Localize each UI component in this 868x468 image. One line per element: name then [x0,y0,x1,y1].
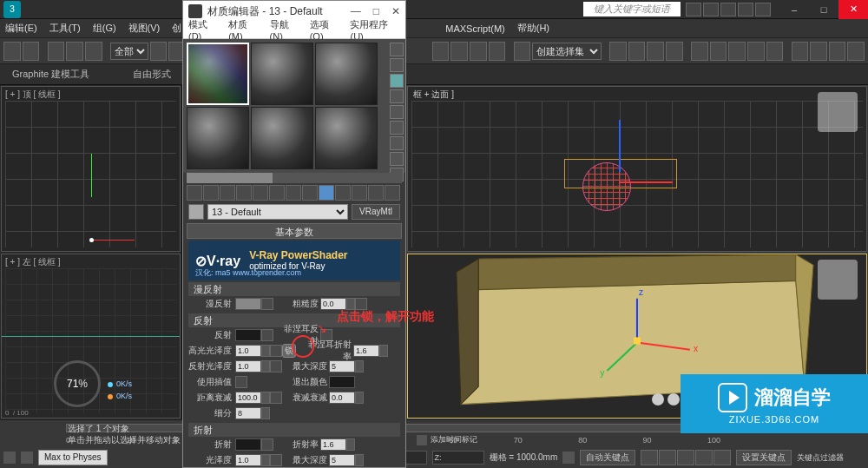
material-type-button[interactable]: VRayMtl [352,204,400,220]
link-button[interactable] [48,42,65,61]
viewport-left[interactable]: [ + ] 左 [ 线框 ] 71% 0K/s 0K/s 0 / 100 [1,254,181,419]
material-name-select[interactable]: 13 - Default [207,204,348,220]
viewport-side[interactable]: 框 + 边面 ] [407,86,867,252]
hilight-lock-button[interactable]: 锁 [282,344,296,358]
add-time-tag-label[interactable]: 添加时间标记 [431,434,477,445]
roughness-spin-btn[interactable] [346,298,355,310]
hilight-gloss-spinner[interactable]: 1.0 [235,345,261,357]
tag-icon[interactable] [417,435,427,445]
pick-icon[interactable] [385,185,400,201]
pick-from-object-icon[interactable] [188,204,204,220]
help-icon[interactable] [755,3,771,16]
keyword-search-input[interactable]: 键入关键字或短语 [583,2,681,16]
teapot2-icon[interactable] [810,42,827,61]
viewcube[interactable] [818,92,858,132]
uvtile-icon[interactable] [390,89,404,103]
select-by-mat-icon[interactable] [390,152,404,166]
play-button[interactable] [677,450,694,465]
dialog-minimize-button[interactable]: — [351,5,361,17]
dimfall-spin-btn[interactable] [355,392,364,404]
snap2-icon[interactable] [470,42,487,61]
refr-gloss-map-button[interactable] [270,454,282,466]
dimdist-spinner[interactable]: 100.0 [235,392,261,404]
refr-gloss-spinner[interactable]: 1.0 [235,454,261,466]
material-slot-5[interactable] [251,107,313,169]
reset-icon[interactable] [236,185,252,201]
fresnel-ior-spinner[interactable]: 1.6 [353,345,379,357]
options-icon[interactable] [390,136,404,150]
material-slot-4[interactable] [187,107,249,169]
mirror-button[interactable] [609,42,627,61]
redo-button[interactable] [23,42,40,61]
refl-gloss-spinner[interactable]: 1.0 [235,360,261,372]
roughness-spinner[interactable]: 0.0 [320,298,346,310]
bind-button[interactable] [85,42,102,61]
show-in-vp-icon[interactable] [319,185,334,201]
material-button[interactable] [710,42,727,61]
reflgloss-map-button[interactable] [270,360,282,372]
reflgloss-spin-btn[interactable] [261,360,270,372]
goto-start-button[interactable] [641,450,658,465]
refr-gloss-spin-btn[interactable] [261,454,270,466]
snap-icon[interactable] [450,42,468,61]
close-button[interactable]: ✕ [838,0,868,19]
autokey-button[interactable]: 自动关键点 [580,450,635,465]
dlg-menu-util[interactable]: 实用程序(U) [350,18,400,42]
dimdist-checkbox[interactable] [270,392,282,404]
hilight-spin-btn[interactable] [261,345,270,357]
more-icon[interactable] [847,42,865,61]
backlight-icon[interactable] [390,58,404,72]
gizmo-y-icon[interactable] [619,120,621,172]
interp-checkbox[interactable] [235,376,247,388]
rendered-frame-button[interactable] [747,42,765,61]
maximize-button[interactable]: □ [809,0,838,19]
favorite-icon[interactable] [738,3,753,16]
setkey-button[interactable]: 设置关键点 [736,450,792,465]
refract-map-button[interactable] [261,438,273,451]
show-end-icon[interactable] [335,185,351,201]
selection-scope-select[interactable]: 全部 [110,43,148,60]
exitcolor-swatch[interactable] [329,376,355,388]
subdiv-spin-btn[interactable] [261,407,270,419]
steering-wheel-icon[interactable] [652,393,683,411]
go-parent-icon[interactable] [352,185,367,201]
menu-create[interactable]: 创 [172,22,181,35]
isolate-icon[interactable] [562,452,575,464]
viewport-top-label[interactable]: [ + ] 顶 [ 线框 ] [5,89,61,101]
curve-button[interactable] [666,42,683,61]
viewport-top[interactable]: [ + ] 顶 [ 线框 ] [1,86,181,252]
dlg-menu-material[interactable]: 材质(M) [228,18,260,42]
rollout-basic-params[interactable]: 基本参数 [187,223,402,239]
diffuse-color-swatch[interactable] [235,298,261,310]
signin-icon[interactable] [703,3,719,16]
go-forward-icon[interactable] [368,185,384,201]
material-slot-3[interactable] [315,43,378,105]
material-slot-6[interactable] [315,107,378,169]
put-library-icon[interactable] [286,185,301,201]
make-unique-icon[interactable] [269,185,285,201]
schematic-button[interactable] [691,42,708,61]
ior-spin-btn[interactable] [379,345,388,357]
dimfall-spinner[interactable]: 0.0 [329,392,355,404]
subdiv-spinner[interactable]: 8 [235,407,261,419]
make-copy-icon[interactable] [253,185,268,201]
preview-icon[interactable] [390,121,404,135]
refr-depth-spinner[interactable]: 5 [329,454,355,466]
editnset-icon[interactable] [514,42,531,61]
lock-ui-icon[interactable] [21,452,33,464]
infocenter-icon[interactable] [686,3,701,16]
anglesnap-icon[interactable] [489,42,506,61]
refract-color-swatch[interactable] [235,438,261,451]
align-button[interactable] [628,42,646,61]
pct-icon[interactable] [432,42,450,61]
dialog-maximize-button[interactable]: □ [373,5,379,17]
matid-channel-icon[interactable] [302,185,318,201]
viewport-side-label[interactable]: 框 + 边面 ] [413,89,454,101]
next-frame-button[interactable] [695,450,713,465]
refr-depth-spin-btn[interactable] [355,454,364,466]
dlg-menu-mode[interactable]: 模式(D) [188,18,220,42]
graphite-tab-freeform[interactable]: 自由形式 [133,68,171,81]
undo-button[interactable] [3,42,21,61]
assign-icon[interactable] [220,185,235,201]
gizmo-x-icon[interactable] [619,181,673,183]
